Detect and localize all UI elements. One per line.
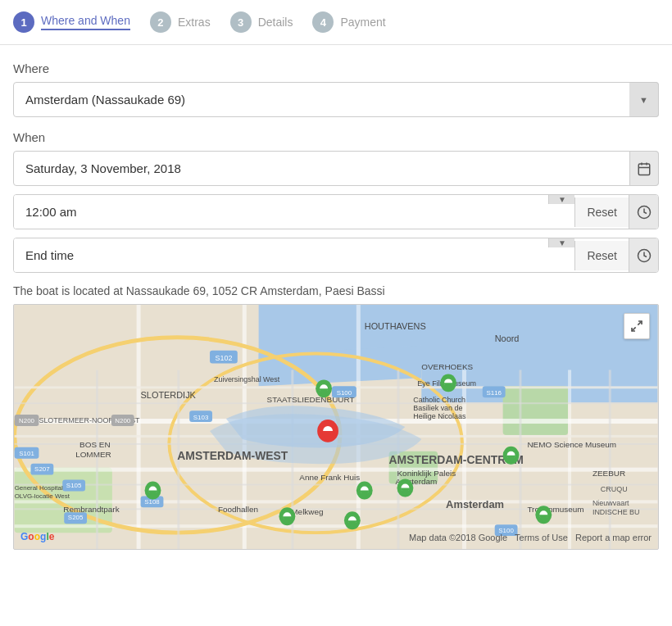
svg-text:Catholic Church: Catholic Church <box>413 396 465 404</box>
svg-text:S102: S102 <box>215 354 232 362</box>
terms-of-use-link[interactable]: Terms of Use <box>515 533 568 542</box>
svg-text:CRUQU: CRUQU <box>601 485 628 493</box>
step-4-circle: 4 <box>312 11 334 33</box>
svg-text:S101: S101 <box>19 450 34 457</box>
svg-text:Noord: Noord <box>495 333 520 343</box>
step-4[interactable]: 4 Payment <box>312 11 385 33</box>
svg-text:Nieuwvaart: Nieuwvaart <box>593 499 629 507</box>
svg-rect-0 <box>638 164 650 175</box>
step-4-label: Payment <box>340 16 385 29</box>
start-time-clock-icon[interactable] <box>629 195 658 229</box>
svg-text:INDISCHE BU: INDISCHE BU <box>593 508 640 516</box>
svg-text:S100: S100 <box>337 389 352 397</box>
date-input[interactable] <box>13 151 659 186</box>
svg-text:ZEEBUR: ZEEBUR <box>593 469 625 478</box>
stepper: 1 Where and When 2 Extras 3 Details 4 Pa… <box>0 0 672 45</box>
calendar-icon[interactable] <box>629 151 659 186</box>
svg-rect-20 <box>568 370 571 549</box>
step-2-circle: 2 <box>150 11 171 33</box>
map-attribution: Map data ©2018 Google Terms of Use Repor… <box>409 533 652 542</box>
step-1[interactable]: 1 Where and When <box>13 11 130 33</box>
location-info-text: The boat is located at Nassaukade 69, 10… <box>13 284 659 297</box>
google-logo: Google <box>20 531 54 542</box>
svg-text:OVERHOEKS: OVERHOEKS <box>421 362 473 371</box>
svg-text:S103: S103 <box>193 414 209 421</box>
end-time-clock-icon[interactable] <box>629 238 658 272</box>
svg-text:AMSTERDAM-WEST: AMSTERDAM-WEST <box>177 449 288 462</box>
svg-text:Melkweg: Melkweg <box>291 507 323 516</box>
svg-text:Zuiversingshal West: Zuiversingshal West <box>214 375 280 383</box>
where-select-wrapper: Amsterdam (Nassaukade 69) <box>13 82 659 117</box>
start-time-reset-button[interactable]: Reset <box>574 197 629 227</box>
start-time-select[interactable]: 12:00 am12:30 am1:00 am1:30 am <box>14 195 548 229</box>
svg-text:BOS EN: BOS EN <box>79 440 111 449</box>
start-time-row: 12:00 am12:30 am1:00 am1:30 am Reset <box>13 194 659 229</box>
svg-text:S116: S116 <box>486 389 502 397</box>
svg-rect-9 <box>503 386 568 435</box>
step-3[interactable]: 3 Details <box>230 11 293 33</box>
svg-text:N200: N200 <box>115 417 131 424</box>
step-1-circle: 1 <box>13 11 34 33</box>
svg-text:HOUTHAVENS: HOUTHAVENS <box>365 321 426 331</box>
end-time-row: End time Reset <box>13 238 659 273</box>
map-svg: HOUTHAVENS Noord OVERHOEKS SLOTERDIJK ST… <box>14 305 658 549</box>
where-select[interactable]: Amsterdam (Nassaukade 69) <box>13 82 659 117</box>
fullscreen-button[interactable] <box>624 313 650 339</box>
svg-text:Anne Frank Huis: Anne Frank Huis <box>299 473 360 482</box>
report-map-error-link[interactable]: Report a map error <box>575 533 652 542</box>
svg-rect-14 <box>15 500 658 503</box>
step-2[interactable]: 2 Extras <box>150 11 211 33</box>
svg-text:S205: S205 <box>68 514 84 521</box>
svg-text:Heilige Nicolaas: Heilige Nicolaas <box>413 412 466 420</box>
step-2-label: Extras <box>178 16 211 29</box>
svg-text:S108: S108 <box>144 498 160 506</box>
step-1-label: Where and When <box>41 14 130 30</box>
date-wrapper <box>13 151 659 186</box>
main-content: Where Amsterdam (Nassaukade 69) When 12:… <box>0 45 672 563</box>
where-label: Where <box>13 61 659 75</box>
svg-rect-13 <box>15 468 658 472</box>
end-time-dropdown-icon <box>548 238 574 247</box>
svg-rect-27 <box>15 484 658 486</box>
step-3-label: Details <box>258 16 293 29</box>
svg-rect-29 <box>96 370 98 549</box>
when-section: When 12:00 am12:30 am1:00 am1:30 am Rese… <box>13 130 659 273</box>
end-time-select[interactable]: End time <box>14 238 548 272</box>
svg-text:S105: S105 <box>66 483 82 490</box>
map-container: HOUTHAVENS Noord OVERHOEKS SLOTERDIJK ST… <box>13 304 659 550</box>
map-data-text: Map data ©2018 Google <box>409 533 507 542</box>
when-label: When <box>13 130 659 144</box>
svg-rect-34 <box>609 370 611 549</box>
start-time-dropdown-icon <box>548 195 574 204</box>
svg-text:Basiliek van de: Basiliek van de <box>413 404 462 412</box>
svg-text:SLOTERDIJK: SLOTERDIJK <box>141 390 197 400</box>
svg-text:N200: N200 <box>19 417 35 424</box>
step-3-circle: 3 <box>230 11 252 33</box>
end-time-reset-button[interactable]: Reset <box>574 241 629 270</box>
svg-text:NEMO Science Museum: NEMO Science Museum <box>527 440 616 449</box>
svg-text:LOMMER: LOMMER <box>75 450 111 459</box>
svg-text:Amsterdam: Amsterdam <box>446 498 504 510</box>
svg-text:OLVG-locatie West: OLVG-locatie West <box>15 492 70 500</box>
svg-text:S207: S207 <box>34 465 50 473</box>
svg-text:General Hospital: General Hospital <box>15 484 63 492</box>
svg-text:Foodhallen: Foodhallen <box>218 505 258 514</box>
